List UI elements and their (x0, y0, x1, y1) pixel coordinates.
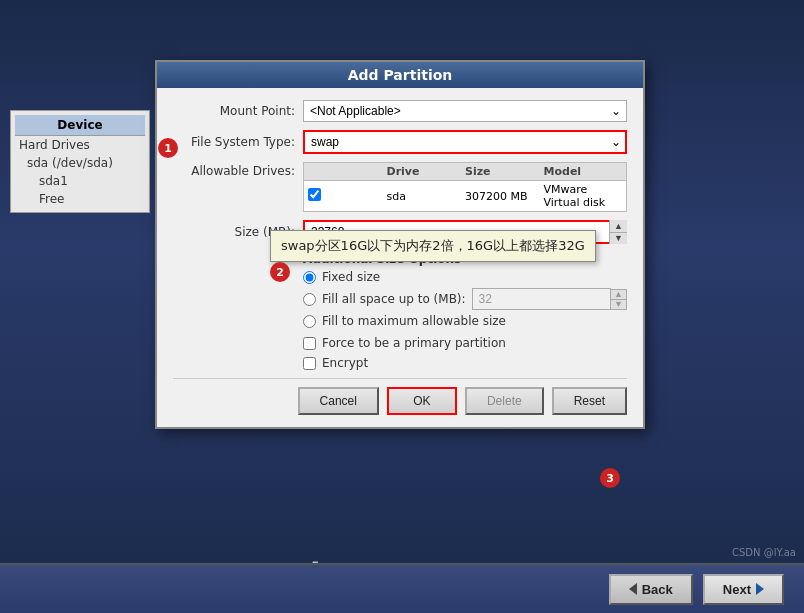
encrypt-checkbox[interactable] (303, 357, 316, 370)
allowable-drives-label: Allowable Drives: (173, 162, 303, 178)
fixed-size-radio[interactable] (303, 271, 316, 284)
drive-size: 307200 MB (465, 190, 544, 203)
size-spin-down[interactable]: ▼ (610, 233, 627, 245)
fs-type-label: File System Type: (173, 135, 303, 149)
bottom-nav: Back Next (0, 563, 804, 613)
cancel-button[interactable]: Cancel (298, 387, 379, 415)
additional-size-options: Additional Size Options Fixed size Fill … (303, 252, 627, 328)
fs-type-row: File System Type: swap (173, 130, 627, 154)
mount-point-label: Mount Point: (173, 104, 303, 118)
drive-name: sda (387, 190, 466, 203)
size-spinner[interactable]: ▲ ▼ (609, 220, 627, 244)
primary-label: Force to be a primary partition (322, 336, 506, 350)
sidebar-item-label: Hard Drives (19, 138, 90, 152)
drives-table: Drive Size Model sda 307200 MB VMware Vi… (303, 162, 627, 212)
sidebar-item-sda[interactable]: sda (/dev/sda) (15, 154, 145, 172)
next-button[interactable]: Next (703, 574, 784, 605)
fill-space-input-wrap: ▲ ▼ (472, 288, 627, 310)
col-drive: Drive (387, 165, 466, 178)
step-badge-2: 2 (270, 262, 290, 282)
primary-partition-row: Force to be a primary partition (303, 336, 627, 350)
fill-space-radio[interactable] (303, 293, 316, 306)
fill-max-radio[interactable] (303, 315, 316, 328)
fill-max-option[interactable]: Fill to maximum allowable size (303, 314, 627, 328)
encrypt-label: Encrypt (322, 356, 368, 370)
drive-row: sda 307200 MB VMware Virtual disk (304, 181, 626, 211)
back-label: Back (642, 582, 673, 597)
sidebar-item-label: Free (39, 192, 64, 206)
mount-point-select[interactable]: <Not Applicable> (303, 100, 627, 122)
back-arrow-icon (629, 583, 637, 595)
sidebar-item-hard-drives[interactable]: Hard Drives (15, 136, 145, 154)
next-label: Next (723, 582, 751, 597)
dialog-title: Add Partition (157, 62, 643, 88)
step-badge-1: 1 (158, 138, 178, 158)
allowable-drives-row: Allowable Drives: Drive Size Model sda 3… (173, 162, 627, 212)
ok-button[interactable]: OK (387, 387, 457, 415)
col-model: Model (544, 165, 623, 178)
next-arrow-icon (756, 583, 764, 595)
sidebar-item-label: sda (/dev/sda) (27, 156, 113, 170)
device-sidebar: Device Hard Drives sda (/dev/sda) sda1 F… (10, 110, 150, 213)
swap-tooltip: swap分区16G以下为内存2倍，16G以上都选择32G (270, 230, 596, 262)
back-button[interactable]: Back (609, 574, 693, 605)
watermark: CSDN @lY.aa (732, 547, 796, 558)
mount-point-row: Mount Point: <Not Applicable> (173, 100, 627, 122)
primary-checkbox[interactable] (303, 337, 316, 350)
sidebar-item-free[interactable]: Free (15, 190, 145, 208)
col-size: Size (465, 165, 544, 178)
size-spin-up[interactable]: ▲ (610, 220, 627, 233)
delete-button[interactable]: Delete (465, 387, 544, 415)
sidebar-item-sda1[interactable]: sda1 (15, 172, 145, 190)
fill-space-option[interactable]: Fill all space up to (MB): ▲ ▼ (303, 288, 627, 310)
step-badge-3: 3 (600, 468, 620, 488)
drive-model: VMware Virtual disk (544, 183, 623, 209)
fill-spin-down[interactable]: ▼ (611, 300, 626, 309)
drive-checkbox[interactable] (308, 188, 321, 201)
sidebar-item-label: sda1 (39, 174, 68, 188)
dialog-buttons: Cancel OK Delete Reset (173, 378, 627, 415)
fixed-size-option[interactable]: Fixed size (303, 270, 627, 284)
sidebar-header: Device (15, 115, 145, 136)
encrypt-row: Encrypt (303, 356, 627, 370)
reset-button[interactable]: Reset (552, 387, 627, 415)
fill-space-label: Fill all space up to (MB): (322, 292, 466, 306)
fixed-size-label: Fixed size (322, 270, 380, 284)
fill-space-input[interactable] (472, 288, 611, 310)
fill-spin-up[interactable]: ▲ (611, 290, 626, 300)
fs-type-select[interactable]: swap (303, 130, 627, 154)
fill-max-label: Fill to maximum allowable size (322, 314, 506, 328)
